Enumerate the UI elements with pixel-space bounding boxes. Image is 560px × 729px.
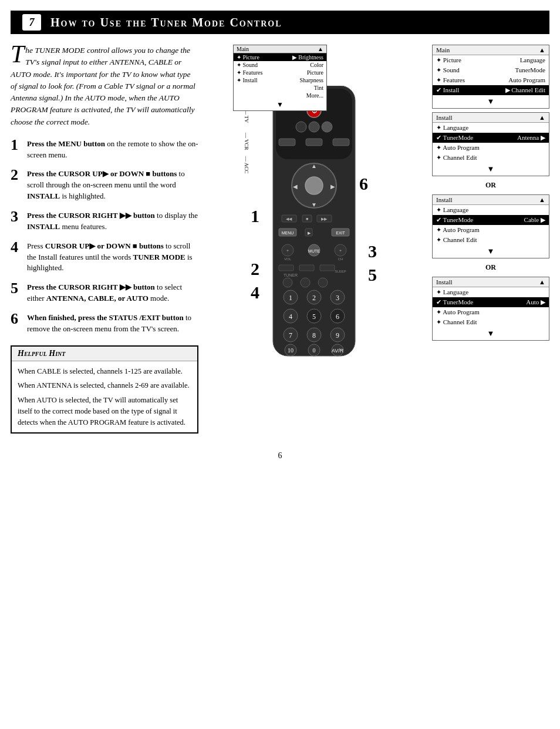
- svg-text:8: 8: [312, 331, 316, 340]
- svg-point-43: [318, 278, 328, 287]
- step-2-text: Press the CURSOR UP▶ or DOWN ■ buttons t…: [27, 169, 198, 202]
- page-header: 7 How to Use the Tuner Mode Control: [11, 11, 549, 34]
- menu-install-antenna-row-1: ✦ Language: [433, 123, 549, 133]
- menu-screenshot-main: Main▲ ✦ Picture▶ Brightness ✦ SoundColor…: [233, 45, 327, 111]
- svg-text:+: +: [286, 248, 289, 253]
- svg-point-7: [322, 122, 332, 132]
- diagram-step-1: 1: [251, 206, 259, 226]
- svg-text:CH: CH: [338, 257, 343, 261]
- intro-paragraph: The TUNER MODE control allows you to cha…: [11, 45, 198, 128]
- menu-install-cable-row-3: ✦ Auto Program: [433, 225, 549, 235]
- svg-text:5: 5: [312, 313, 316, 321]
- svg-text:◀◀: ◀◀: [286, 217, 292, 221]
- page-number: 6: [0, 451, 560, 472]
- menu-main-1-title: Main: [436, 46, 450, 53]
- or-label-2: OR: [432, 263, 549, 272]
- step-4: 4 Press CURSOR UP▶ or DOWN ■ buttons to …: [11, 241, 198, 274]
- svg-point-6: [309, 122, 319, 132]
- svg-rect-37: [279, 265, 294, 271]
- svg-text:+: +: [339, 248, 342, 253]
- remote-control: — TV — VCR — ACC QuadraSurf™ ⏻: [261, 86, 380, 364]
- diagram-step-2b: 4: [251, 283, 259, 303]
- menu-main-1-row-4: ✔ Install▶ Channel Edit: [433, 85, 549, 95]
- menu-install-antenna: Install▲ ✦ Language ✔ TunerModeAntenna ▶…: [432, 112, 549, 176]
- svg-text:7: 7: [289, 331, 292, 340]
- main-content: The TUNER MODE control allows you to cha…: [0, 34, 560, 434]
- svg-text:SLEEP: SLEEP: [335, 270, 346, 273]
- svg-rect-8: [279, 139, 295, 146]
- intro-text: he TUNER MODE control allows you to chan…: [11, 46, 195, 126]
- menu-install-antenna-footer: ▼: [433, 163, 549, 176]
- menu-install-antenna-row-2: ✔ TunerModeAntenna ▶: [433, 133, 549, 143]
- menu-install-cable-row-2: ✔ TunerModeCable ▶: [433, 215, 549, 225]
- remote-svg: QuadraSurf™ ⏻ ▲: [261, 86, 367, 362]
- step-4-number: 4: [11, 240, 27, 255]
- hint-box: Helpful Hint When CABLE is selected, cha…: [11, 345, 198, 434]
- svg-text:MENU: MENU: [282, 231, 294, 235]
- diagram-step-3: 3: [368, 241, 377, 261]
- menu-install-cable-header: Install▲: [433, 195, 549, 205]
- svg-text:VOL: VOL: [284, 257, 292, 261]
- step-6-number: 6: [11, 311, 27, 327]
- step-6-text: When finished, press the STATUS /EXIT bu…: [27, 313, 198, 335]
- menu-main-1-row-1: ✦ PictureLanguage: [433, 55, 549, 65]
- hint-item-3: When AUTO is selected, the TV will autom…: [18, 395, 191, 428]
- svg-text:▲: ▲: [311, 163, 317, 169]
- menu-install-cable-row-1: ✦ Language: [433, 205, 549, 215]
- svg-text:1: 1: [289, 294, 292, 302]
- svg-text:EXIT: EXIT: [336, 231, 345, 235]
- svg-text:MUTE: MUTE: [308, 249, 320, 253]
- center-column: Main▲ ✦ Picture▶ Brightness ✦ SoundColor…: [204, 45, 426, 434]
- svg-text:AV/R: AV/R: [332, 348, 344, 354]
- drop-cap: T: [11, 45, 24, 65]
- svg-text:◀: ◀: [293, 183, 298, 190]
- hint-item-1: When CABLE is selected, channels 1-125 a…: [18, 366, 191, 377]
- svg-rect-38: [299, 265, 314, 271]
- step-5-number: 5: [11, 281, 27, 296]
- remote-vcr-label: — VCR: [244, 133, 249, 150]
- step-2-number: 2: [11, 167, 27, 183]
- step-3: 3 Press the CURSOR RIGHT ▶▶ button to di…: [11, 210, 198, 233]
- hint-item-2: When ANTENNA is selected, channels 2-69 …: [18, 380, 191, 391]
- menu-install-auto-row-4: ✦ Channel Edit: [433, 317, 549, 327]
- header-title: How to Use the Tuner Mode Control: [50, 16, 282, 29]
- menu-main-1-row-3: ✦ FeaturesAuto Program: [433, 75, 549, 85]
- svg-rect-9: [306, 139, 322, 146]
- svg-text:▼: ▼: [311, 201, 317, 208]
- step-1-number: 1: [11, 137, 27, 153]
- right-column: Main ▲ ✦ PictureLanguage ✦ SoundTunerMod…: [432, 45, 549, 434]
- step-5: 5 Press the CURSOR RIGHT ▶▶ button to se…: [11, 282, 198, 304]
- remote-tv-label: — TV: [244, 109, 249, 123]
- menu-main-1-footer: ▼: [433, 95, 549, 108]
- menu-install-antenna-header: Install▲: [433, 113, 549, 123]
- remote-acc-label: — ACC: [244, 156, 249, 173]
- step-6: 6 When finished, press the STATUS /EXIT …: [11, 313, 198, 335]
- menu-install-antenna-row-3: ✦ Auto Program: [433, 143, 549, 153]
- step-1: 1 Press the MENU button on the remote to…: [11, 139, 198, 161]
- step-3-number: 3: [11, 209, 27, 224]
- svg-text:9: 9: [336, 331, 339, 340]
- diagram-step-4: 5: [368, 265, 377, 285]
- svg-text:2: 2: [312, 294, 316, 302]
- menu-install-auto: Install▲ ✦ Language ✔ TunerModeAuto ▶ ✦ …: [432, 277, 549, 341]
- menu-install-auto-row-2: ✔ TunerModeAuto ▶: [433, 297, 549, 307]
- svg-point-5: [296, 122, 306, 132]
- svg-point-12: [305, 177, 323, 194]
- svg-text:▶: ▶: [330, 183, 335, 190]
- svg-text:0: 0: [313, 347, 316, 354]
- menu-main-1-row-2: ✦ SoundTunerMode: [433, 65, 549, 75]
- svg-text:6: 6: [336, 313, 339, 321]
- menu-install-auto-header: Install▲: [433, 277, 549, 287]
- menu-main-1-arrow: ▲: [539, 46, 545, 53]
- step-2: 2 Press the CURSOR UP▶ or DOWN ■ buttons…: [11, 169, 198, 202]
- svg-rect-10: [333, 139, 349, 146]
- svg-text:▶▶: ▶▶: [321, 217, 328, 221]
- svg-text:■: ■: [306, 217, 308, 221]
- svg-text:4: 4: [289, 313, 292, 321]
- step-3-text: Press the CURSOR RIGHT ▶▶ button to disp…: [27, 210, 198, 233]
- svg-point-42: [301, 278, 310, 287]
- menu-main-1: Main ▲ ✦ PictureLanguage ✦ SoundTunerMod…: [432, 45, 549, 109]
- diagram-step-2a: 2: [251, 259, 259, 279]
- hint-content: When CABLE is selected, channels 1-125 a…: [12, 361, 197, 433]
- menu-install-auto-row-1: ✦ Language: [433, 287, 549, 297]
